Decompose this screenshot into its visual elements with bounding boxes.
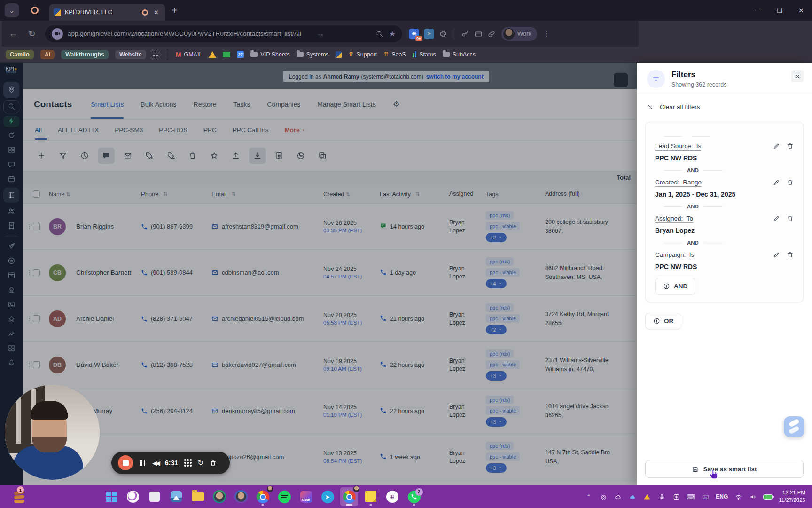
sidebar-item-payments[interactable] (3, 220, 19, 232)
tag-chip[interactable]: ppc (rds) (486, 211, 514, 220)
edit-filter-icon[interactable] (773, 251, 780, 258)
bookmark-chip-website[interactable]: Website (115, 50, 146, 59)
battery-icon[interactable] (763, 494, 773, 500)
cloud-tray-icon[interactable] (614, 492, 622, 501)
list-tab-ppc-rds[interactable]: PPC-RDS (159, 120, 187, 140)
contact-name[interactable]: Christopher Barnett (76, 269, 141, 276)
delete-filter-icon[interactable] (787, 215, 794, 222)
import-button[interactable] (249, 148, 266, 164)
row-drag-handle[interactable]: ⋮ (23, 361, 33, 368)
taskbar-notification-app[interactable]: 1 (10, 487, 29, 506)
header-phone[interactable]: Phone⇅ (141, 190, 211, 198)
sidebar-item-search[interactable] (3, 100, 19, 113)
delete-filter-icon[interactable] (787, 179, 794, 186)
sidebar-item-ai[interactable] (3, 116, 19, 127)
contact-name[interactable]: Archie Daniel (76, 315, 141, 322)
filter-button[interactable] (55, 148, 71, 164)
more-tags-pill[interactable]: +3 (486, 417, 507, 427)
pause-button[interactable] (139, 460, 146, 466)
sidebar-item-marketing[interactable] (3, 240, 19, 253)
tag-chip[interactable]: ppc - viable (486, 406, 520, 415)
widget-button[interactable] (614, 73, 628, 87)
bookmark-support[interactable]: ⇈Support (349, 51, 377, 58)
contact-email[interactable]: archiedaniel0515@icloud.com (211, 315, 323, 322)
contact-email[interactable]: afreshstart8319@gmail.com (211, 223, 323, 230)
row-checkbox[interactable] (33, 315, 40, 322)
delete-button[interactable] (184, 148, 201, 164)
bookmark-gmail[interactable]: MGMAIL (176, 51, 203, 58)
tag-chip[interactable]: ppc (rds) (486, 442, 514, 450)
bookmark-chip-walkthroughs[interactable]: Walkthroughs (61, 50, 109, 59)
settings-gear-icon[interactable]: ⚙ (393, 99, 400, 109)
bookmark-saas[interactable]: ⇈SaaS (383, 51, 406, 58)
add-or-button[interactable]: OR (645, 313, 681, 329)
sms-button[interactable] (98, 148, 115, 164)
list-tab-all-lead-fix[interactable]: ALL LEAD FIX (58, 120, 99, 140)
pie-analytics-button[interactable] (76, 148, 93, 164)
whatsapp-button[interactable] (292, 148, 309, 164)
webcam-overlay[interactable] (5, 385, 100, 480)
tab-smart-lists[interactable]: Smart Lists (91, 90, 124, 119)
tag-chip[interactable]: ppc (rds) (486, 396, 514, 404)
list-tab-ppc[interactable]: PPC (203, 120, 217, 140)
task-view-button[interactable] (146, 487, 164, 506)
sidebar-item-reputation[interactable] (3, 313, 19, 325)
tag-chip[interactable]: ppc (rds) (486, 349, 514, 358)
link-icon[interactable] (487, 30, 496, 38)
camera-recording-icon[interactable] (52, 28, 63, 40)
header-last-activity[interactable]: Last Activity⇅ (380, 191, 449, 198)
file-explorer[interactable] (189, 487, 207, 506)
list-tab-all[interactable]: All (35, 120, 42, 140)
tag-chip[interactable]: ppc - viable (486, 268, 520, 277)
sidebar-item-reporting[interactable] (3, 328, 19, 340)
volume-icon[interactable] (749, 492, 757, 501)
favorite-button[interactable] (206, 148, 223, 164)
tab-search-button[interactable]: ⌄ (5, 3, 19, 17)
more-tags-pill[interactable]: +3 (486, 463, 507, 473)
close-filters-icon[interactable] (791, 70, 804, 82)
list-tab-ppc-call-ins[interactable]: PPC Call Ins (233, 120, 269, 140)
taskbar-search[interactable] (124, 487, 142, 506)
filter-label[interactable]: Created: Range (655, 179, 702, 187)
drive-tray-icon[interactable] (643, 492, 651, 501)
calendar-icon[interactable]: 27 (237, 51, 244, 58)
back-button[interactable]: ← (6, 26, 21, 41)
tab-close-icon[interactable]: ✕ (152, 8, 161, 17)
snip-tray-icon[interactable] (672, 492, 680, 501)
header-name[interactable]: Name⇅ (49, 191, 141, 198)
save-as-smart-list-button[interactable]: Save as smart list (645, 460, 804, 478)
drive-icon[interactable] (209, 51, 216, 58)
contact-phone[interactable]: (812) 388-7528 (141, 361, 211, 368)
add-contact-button[interactable] (33, 148, 50, 164)
profile-app-1[interactable] (211, 487, 228, 506)
sidebar-item-conversations[interactable] (3, 159, 19, 171)
contact-name[interactable]: David W Baker (76, 361, 141, 368)
add-tag-button[interactable] (141, 148, 158, 164)
filter-label[interactable]: Assigned: To (655, 215, 693, 223)
bookmark-status[interactable]: Status (413, 51, 436, 58)
language-indicator[interactable]: ENG (716, 493, 728, 500)
row-drag-handle[interactable]: ⋮ (23, 315, 33, 322)
more-tags-pill[interactable]: +2 (486, 233, 507, 242)
company-button[interactable] (271, 148, 288, 164)
spotify-app[interactable] (275, 487, 293, 506)
address-bar[interactable]: app.gohighlevel.com/v2/location/eMWCCUy0… (45, 25, 402, 42)
export-button[interactable] (227, 148, 244, 164)
bookmark-vip-sheets[interactable]: VIP Sheets (250, 51, 289, 58)
tag-chip[interactable]: ppc - viable (486, 222, 520, 230)
minimize-button[interactable]: — (747, 0, 769, 21)
reload-button[interactable]: ↻ (24, 26, 39, 41)
tag-chip[interactable]: ppc (rds) (486, 303, 514, 312)
tray-chevron-icon[interactable]: ⌃ (585, 492, 593, 501)
tag-chip[interactable]: ppc - viable (486, 452, 520, 461)
obs-tray-icon[interactable]: ◎ (599, 492, 608, 501)
extensions-icon[interactable] (439, 30, 447, 38)
taskbar-clock[interactable]: 12:21 PM 11/27/2025 (779, 489, 805, 504)
sidebar-item-contacts[interactable] (3, 188, 19, 203)
recorder-extension-icon[interactable]: ➤ (424, 29, 434, 39)
browser-menu-icon[interactable]: ⋮ (543, 29, 550, 38)
tab-manage-smart-lists[interactable]: Manage Smart Lists (317, 90, 376, 119)
row-checkbox[interactable] (33, 361, 40, 368)
payment-methods-icon[interactable] (474, 30, 483, 38)
password-manager-icon[interactable] (461, 30, 469, 38)
